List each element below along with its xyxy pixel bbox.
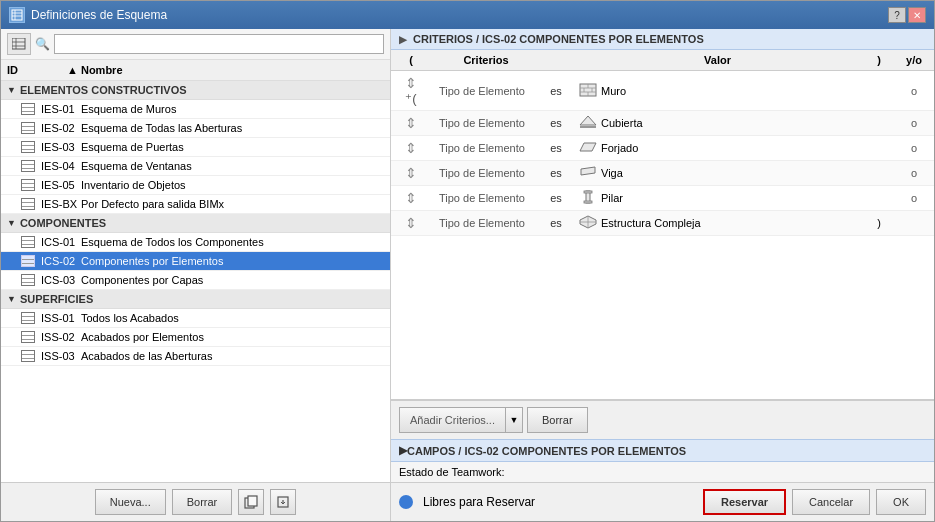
col-op [541, 50, 571, 71]
search-input[interactable] [54, 34, 384, 54]
tree-item-icon [21, 236, 35, 248]
nueva-button[interactable]: Nueva... [95, 489, 166, 515]
tree-row[interactable]: IES-03 Esquema de Puertas [1, 138, 390, 157]
criteria-value: Pilar [571, 186, 864, 211]
value-shape-icon [579, 165, 597, 181]
app-icon [9, 7, 25, 23]
value-icon-cell: Viga [579, 165, 623, 181]
drag-handle-icon[interactable]: ⇕ [405, 165, 417, 181]
add-criteria-arrow-button[interactable]: ▼ [505, 407, 523, 433]
value-shape-icon [579, 190, 597, 206]
reservar-button[interactable]: Reservar [703, 489, 786, 515]
tree-group-superficies[interactable]: ▼SUPERFICIES [1, 290, 390, 309]
criteria-operator: es [541, 111, 571, 136]
tree-row[interactable]: IES-04 Esquema de Ventanas [1, 157, 390, 176]
criteria-yo: o [894, 136, 934, 161]
copy-button[interactable] [238, 489, 264, 515]
tree-item-id-text: IES-03 [41, 141, 75, 153]
criteria-close-paren [864, 71, 894, 111]
criteria-operator: es [541, 186, 571, 211]
tree-item-icon [21, 312, 35, 324]
svg-rect-0 [12, 10, 22, 20]
tree-row[interactable]: ICS-03 Componentes por Capas [1, 271, 390, 290]
close-button[interactable]: ✕ [908, 7, 926, 23]
tree-row[interactable]: ICS-02 Componentes por Elementos [1, 252, 390, 271]
drag-handle-icon[interactable]: ⇕ [405, 215, 417, 231]
svg-rect-9 [248, 496, 257, 506]
tree-row[interactable]: IES-BX Por Defecto para salida BIMx [1, 195, 390, 214]
tree-row[interactable]: IES-01 Esquema de Muros [1, 100, 390, 119]
name-column-header: ▲ Nombre [67, 64, 384, 76]
drag-handle-icon[interactable]: ⇕ [405, 190, 417, 206]
toolbar-grid-button[interactable] [7, 33, 31, 55]
fields-arrow-icon: ▶ [399, 444, 407, 457]
add-criteria-split-button[interactable]: Añadir Criterios... ▼ [399, 407, 523, 433]
tree-item-id: ISS-03 [21, 350, 81, 362]
criteria-yo: o [894, 161, 934, 186]
window-title: Definiciones de Esquema [31, 8, 167, 22]
tree-item-icon [21, 160, 35, 172]
tree-group-componentes[interactable]: ▼COMPONENTES [1, 214, 390, 233]
value-icon-cell: Pilar [579, 190, 623, 206]
criteria-section-title: CRITERIOS / ICS-02 COMPONENTES POR ELEME… [413, 33, 704, 45]
col-yo: y/o [894, 50, 934, 71]
criteria-open-paren: ⇕ ⁺( [391, 71, 431, 111]
tree-item-icon [21, 141, 35, 153]
svg-marker-22 [581, 167, 595, 175]
right-panel: ▶ CRITERIOS / ICS-02 COMPONENTES POR ELE… [391, 29, 934, 521]
tree-item-icon [21, 331, 35, 343]
criteria-type: Tipo de Elemento [431, 161, 541, 186]
tree-row[interactable]: ISS-01 Todos los Acabados [1, 309, 390, 328]
col-value: Valor [571, 50, 864, 71]
svg-marker-21 [580, 143, 596, 151]
tree-item-icon [21, 103, 35, 115]
criteria-actions: Añadir Criterios... ▼ Borrar [391, 400, 934, 439]
tree-body[interactable]: ▼ELEMENTOS CONSTRUCTIVOS IES-01 Esquema … [1, 81, 390, 482]
criteria-operator: es [541, 71, 571, 111]
help-button[interactable]: ? [888, 7, 906, 23]
tree-item-id-text: ISS-02 [41, 331, 75, 343]
tree-item-name: Esquema de Ventanas [81, 160, 384, 172]
tree-group-constructivos[interactable]: ▼ELEMENTOS CONSTRUCTIVOS [1, 81, 390, 100]
tree-item-id-text: IES-02 [41, 122, 75, 134]
criteria-row: ⇕ Tipo de Elemento es Estructura Complej… [391, 211, 934, 236]
tree-item-id: IES-BX [21, 198, 81, 210]
tree-item-id: ICS-03 [21, 274, 81, 286]
group-arrow-icon: ▼ [7, 85, 16, 95]
tree-item-name: Componentes por Capas [81, 274, 384, 286]
tree-row[interactable]: ISS-03 Acabados de las Aberturas [1, 347, 390, 366]
borrar-button[interactable]: Borrar [172, 489, 233, 515]
criteria-open-paren: ⇕ [391, 186, 431, 211]
tree-row[interactable]: ISS-02 Acabados por Elementos [1, 328, 390, 347]
tree-item-id-text: ICS-02 [41, 255, 75, 267]
tree-row[interactable]: ICS-01 Esquema de Todos los Componentes [1, 233, 390, 252]
add-criteria-main-button[interactable]: Añadir Criterios... [399, 407, 505, 433]
export-button[interactable] [270, 489, 296, 515]
delete-criteria-button[interactable]: Borrar [527, 407, 588, 433]
teamwork-dot-icon [399, 495, 413, 509]
tree-row[interactable]: IES-02 Esquema de Todas las Aberturas [1, 119, 390, 138]
tree-item-id: IES-02 [21, 122, 81, 134]
criteria-row: ⇕ ⁺( Tipo de Elemento es Muro o [391, 71, 934, 111]
cancelar-button[interactable]: Cancelar [792, 489, 870, 515]
tree-row[interactable]: IES-05 Inventario de Objetos [1, 176, 390, 195]
col-open: ( [391, 50, 431, 71]
tree-item-icon [21, 179, 35, 191]
ok-button[interactable]: OK [876, 489, 926, 515]
criteria-close-paren [864, 161, 894, 186]
value-icon-cell: Estructura Compleja [579, 215, 701, 231]
bottom-buttons-bar: Libres para Reservar Reservar Cancelar O… [391, 482, 934, 521]
criteria-operator: es [541, 211, 571, 236]
svg-marker-19 [580, 116, 596, 125]
criteria-value: Cubierta [571, 111, 864, 136]
tree-item-id-text: ICS-03 [41, 274, 75, 286]
tree-item-id-text: IES-01 [41, 103, 75, 115]
criteria-row: ⇕ Tipo de Elemento es Viga o [391, 161, 934, 186]
criteria-row: ⇕ Tipo de Elemento es Pilar o [391, 186, 934, 211]
tree-item-id: ICS-01 [21, 236, 81, 248]
main-content: 🔍 ID ▲ Nombre ▼ELEMENTOS CONSTRUCTIVOS I… [1, 29, 934, 521]
drag-handle-icon[interactable]: ⇕ [405, 75, 417, 91]
drag-handle-icon[interactable]: ⇕ [405, 140, 417, 156]
drag-handle-icon[interactable]: ⇕ [405, 115, 417, 131]
value-shape-icon [579, 215, 597, 231]
